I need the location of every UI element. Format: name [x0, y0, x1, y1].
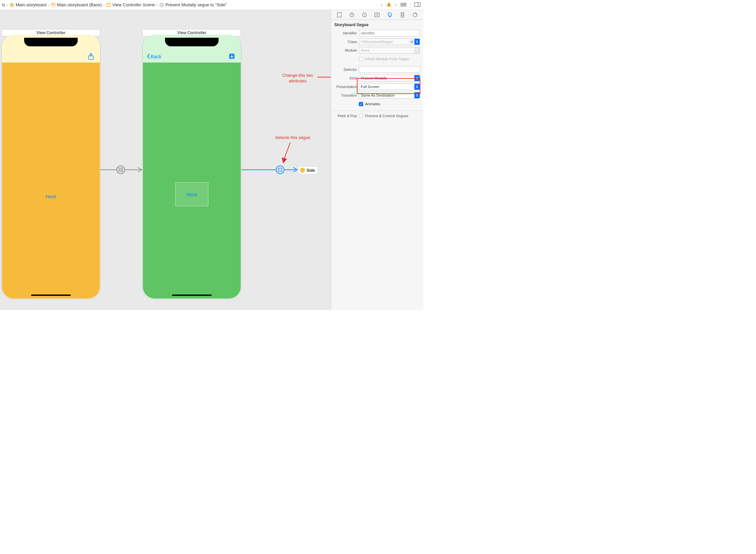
crumb-sep: ›	[156, 2, 158, 8]
label-class: Class	[334, 40, 359, 44]
connections-inspector-tab[interactable]	[412, 11, 419, 18]
crumb-base[interactable]: Main.storyboard (Base)	[51, 2, 102, 7]
svg-rect-6	[107, 4, 110, 6]
crumb-sep: ›	[6, 2, 8, 8]
segue-present-circle[interactable]	[276, 165, 285, 174]
next-button[interactable]: Next	[2, 193, 100, 199]
animates-label: Animates	[365, 102, 380, 106]
storyboard-canvas[interactable]: View Controller Next View Controller	[0, 10, 331, 310]
label-transition: Transition	[334, 93, 359, 97]
svg-point-7	[160, 3, 164, 7]
present-modally-icon	[278, 167, 282, 172]
download-icon[interactable]	[229, 53, 235, 61]
crumb-segue[interactable]: Present Modally segue to "Side"	[159, 2, 227, 7]
scene-dot-icon: ○	[300, 168, 305, 173]
stepper-arrows-icon[interactable]	[415, 47, 420, 53]
stepper-arrows-icon[interactable]	[415, 75, 420, 81]
label-identifier: Identifier	[334, 31, 359, 35]
inspector-panel: ? Storyboard Segue Identifier Class UISt…	[331, 10, 423, 310]
embed-icon	[118, 167, 123, 172]
identity-inspector-tab[interactable]	[373, 11, 381, 18]
view-controller-2[interactable]: View Controller Back Next	[142, 35, 241, 299]
notch	[165, 38, 218, 46]
next-button[interactable]: Next	[187, 191, 197, 197]
home-indicator	[172, 294, 212, 296]
adjust-editor-icon[interactable]	[414, 2, 421, 8]
crumb-storyboard[interactable]: Main.storyboard	[9, 2, 46, 7]
presentation-select[interactable]: Full Screen	[359, 84, 420, 90]
jump-to-class-icon[interactable]: ➜	[409, 39, 414, 44]
file-inspector-tab[interactable]	[336, 11, 343, 18]
segue-embed-circle[interactable]	[116, 165, 125, 174]
svg-line-24	[284, 142, 290, 160]
svg-rect-18	[119, 168, 123, 172]
inspector-tabs: ?	[331, 10, 423, 20]
side-scene-ref[interactable]: ○ Side	[298, 166, 318, 174]
view-body: Next	[2, 63, 100, 298]
stepper-arrows-icon[interactable]	[415, 84, 420, 90]
transition-select[interactable]: Same As Destination	[359, 92, 420, 99]
view-controller-1[interactable]: View Controller Next	[1, 35, 101, 299]
label-peek: Peek & Pop	[334, 114, 359, 118]
svg-rect-4	[52, 5, 55, 5]
view-body: Next	[143, 63, 241, 298]
stepper-arrows-icon[interactable]	[415, 92, 420, 98]
peek-pop-checkbox[interactable]	[359, 113, 363, 118]
notch	[24, 38, 78, 46]
annotation-select: Selecte this segue	[268, 135, 317, 141]
warning-icon[interactable]	[386, 2, 391, 8]
home-indicator	[31, 294, 71, 296]
svg-rect-8	[161, 4, 163, 6]
stepper-arrows-icon[interactable]	[415, 39, 420, 45]
identifier-field[interactable]	[359, 30, 420, 37]
annotation-arrow-icon	[317, 75, 331, 79]
divider	[331, 111, 423, 111]
svg-point-37	[413, 13, 417, 17]
attributes-inspector-tab[interactable]	[386, 11, 393, 18]
nav-back-icon[interactable]: ‹	[381, 2, 383, 8]
svg-rect-25	[337, 13, 341, 17]
selector-field[interactable]	[359, 66, 420, 73]
crumb-sep: ›	[103, 2, 105, 8]
svg-rect-29	[375, 13, 379, 17]
svg-rect-9	[389, 4, 389, 5]
container-view[interactable]: Next	[175, 182, 208, 206]
annotation-arrow-icon	[280, 142, 294, 165]
svg-rect-14	[415, 3, 420, 7]
scene-icon	[106, 2, 111, 7]
inherit-module-label: Inherit Module From Target	[365, 57, 409, 61]
svg-rect-10	[389, 5, 389, 6]
svg-rect-19	[120, 169, 122, 171]
animates-checkbox[interactable]	[359, 102, 363, 106]
svg-rect-3	[52, 4, 55, 4]
svg-text:?: ?	[364, 13, 365, 17]
kind-select[interactable]: Present Modally	[359, 75, 420, 81]
crumb-root[interactable]: ls	[2, 2, 5, 7]
label-module: Module	[334, 48, 359, 52]
module-select[interactable]: None	[359, 47, 420, 54]
segue-line-selected[interactable]	[241, 169, 296, 170]
storyboard-file-icon	[9, 2, 14, 7]
segue-icon	[159, 2, 164, 7]
help-inspector-tab[interactable]: ?	[361, 11, 368, 18]
svg-rect-1	[11, 4, 13, 6]
breadcrumb-bar: ls › Main.storyboard › Main.storyboard (…	[0, 0, 423, 10]
annotation-change: Change this two attributes	[274, 73, 321, 84]
inherit-module-checkbox[interactable]	[359, 57, 363, 61]
divider	[411, 2, 411, 8]
storyboard-base-icon	[51, 2, 56, 7]
label-kind: Kind	[334, 76, 359, 80]
size-inspector-tab[interactable]	[399, 11, 406, 18]
label-presentation: Presentation	[334, 85, 359, 89]
svg-rect-22	[278, 168, 282, 171]
share-icon[interactable]	[88, 53, 94, 61]
class-select[interactable]: UIStoryboardSegue ➜	[359, 38, 420, 45]
arrowhead-icon	[293, 167, 299, 173]
history-inspector-tab[interactable]	[348, 11, 356, 18]
crumb-sep: ›	[48, 2, 50, 8]
inspector-section-header: Storyboard Segue	[331, 20, 423, 29]
crumb-scene[interactable]: View Controller Scene	[106, 2, 155, 7]
outline-icon[interactable]	[400, 2, 407, 8]
nav-forward-icon[interactable]: ›	[395, 2, 396, 8]
back-button[interactable]: Back	[146, 53, 162, 59]
